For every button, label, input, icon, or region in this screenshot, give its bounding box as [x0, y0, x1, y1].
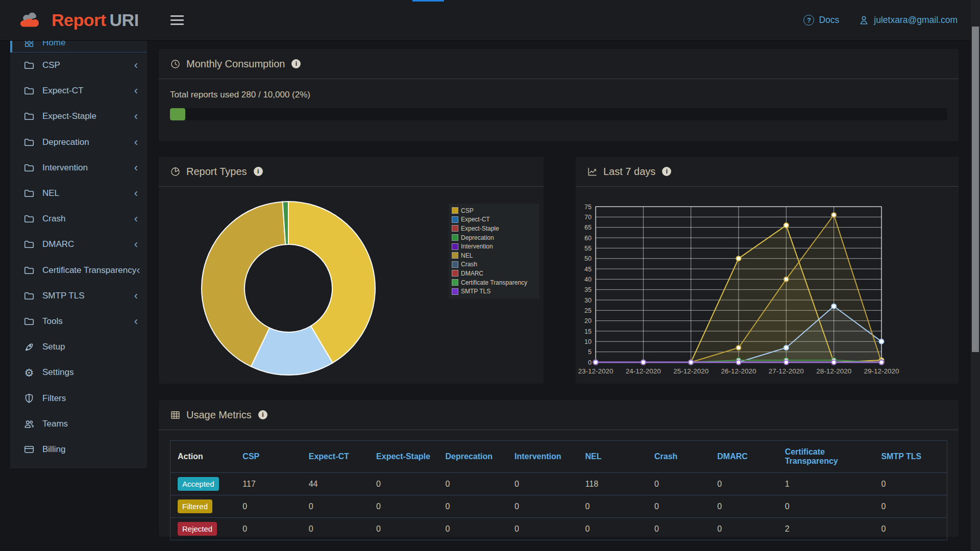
data-point[interactable]	[831, 360, 836, 365]
rocket-icon	[23, 341, 35, 353]
legend-item-nel[interactable]: NEL	[452, 251, 536, 260]
y-tick-label: 15	[584, 328, 592, 335]
legend-item-expect-staple[interactable]: Expect-Staple	[452, 224, 536, 233]
value-cell: 0	[438, 518, 507, 540]
status-badge-filtered: Filtered	[178, 499, 212, 513]
user-menu[interactable]: juletxara@gmail.com	[859, 15, 958, 26]
sidebar-item-dmarc[interactable]: DMARC‹	[10, 232, 147, 257]
action-cell: Rejected	[170, 518, 236, 540]
sidebar-item-tools[interactable]: Tools‹	[10, 309, 147, 334]
value-cell: 0	[874, 473, 947, 495]
sidebar-item-deprecation[interactable]: Deprecation‹	[10, 130, 147, 155]
value-cell: 0	[438, 473, 507, 495]
legend-item-smtp-tls[interactable]: SMTP TLS	[452, 287, 536, 296]
y-tick-label: 55	[584, 245, 592, 252]
legend-item-expect-ct[interactable]: Expect-CT	[452, 215, 536, 224]
y-tick-label: 5	[588, 348, 592, 356]
y-tick-label: 70	[584, 214, 592, 221]
scrollbar[interactable]	[971, 0, 980, 551]
sidebar-item-settings[interactable]: ⚙Settings	[10, 360, 147, 385]
data-point[interactable]	[594, 360, 598, 365]
legend-item-certificate-transparency[interactable]: Certificate Transparency	[452, 278, 536, 287]
data-point[interactable]	[879, 339, 884, 344]
data-point[interactable]	[784, 345, 789, 350]
sidebar-item-label: Intervention	[42, 163, 88, 173]
sidebar-item-billing[interactable]: Billing	[10, 437, 147, 462]
value-cell: 44	[302, 473, 369, 495]
sidebar-item-home[interactable]: Home	[10, 41, 147, 53]
y-tick-label: 65	[584, 224, 592, 231]
data-point[interactable]	[784, 223, 789, 228]
sidebar-item-label: Setup	[42, 342, 65, 352]
sidebar-item-csp[interactable]: CSP‹	[10, 53, 147, 78]
legend-item-crash[interactable]: Crash	[452, 260, 536, 269]
home-icon	[23, 41, 35, 48]
data-point[interactable]	[784, 277, 789, 282]
sidebar-item-label: Expect-CT	[42, 86, 83, 96]
sidebar-item-filters[interactable]: Filters	[10, 385, 147, 411]
data-point[interactable]	[784, 360, 789, 365]
info-icon[interactable]: i	[291, 59, 301, 68]
info-icon[interactable]: i	[258, 410, 267, 419]
legend-swatch	[452, 216, 458, 223]
docs-link[interactable]: ? Docs	[803, 15, 839, 26]
last7-days-line-chart: 05101520253035404550556065707523-12-2020…	[576, 157, 959, 384]
sidebar-item-label: Filters	[42, 393, 66, 404]
chart-legend: CSPExpect-CTExpect-StapleDeprecationInte…	[449, 204, 540, 298]
navbar-right: ? Docs juletxara@gmail.com	[803, 15, 958, 26]
sidebar-item-expect-ct[interactable]: Expect-CT‹	[10, 78, 147, 104]
legend-swatch	[452, 225, 458, 232]
column-header-csp: CSP	[235, 441, 301, 473]
legend-swatch	[452, 243, 458, 250]
card-icon	[23, 444, 35, 455]
legend-swatch	[452, 270, 458, 277]
legend-item-intervention[interactable]: Intervention	[452, 242, 536, 251]
sidebar-item-label: Billing	[42, 444, 65, 455]
legend-label: Deprecation	[461, 234, 494, 241]
column-header-expect-ct: Expect-CT	[302, 441, 369, 473]
legend-item-dmarc[interactable]: DMARC	[452, 269, 536, 278]
y-tick-label: 60	[584, 235, 592, 242]
data-point[interactable]	[689, 360, 693, 365]
sidebar-item-label: CSP	[42, 60, 60, 70]
action-cell: Filtered	[170, 495, 236, 518]
legend-item-deprecation[interactable]: Deprecation	[452, 233, 536, 242]
data-point[interactable]	[831, 213, 836, 217]
docs-label: Docs	[819, 15, 839, 26]
value-cell: 0	[647, 495, 710, 518]
data-point[interactable]	[737, 256, 741, 261]
value-cell: 0	[507, 518, 578, 540]
value-cell: 0	[369, 473, 438, 495]
sidebar-item-smtp-tls[interactable]: SMTP TLS‹	[10, 283, 147, 309]
data-point[interactable]	[737, 345, 741, 350]
legend-swatch	[452, 279, 458, 286]
data-point[interactable]	[879, 360, 884, 365]
sidebar-item-teams[interactable]: Teams	[10, 411, 147, 437]
x-tick-label: 24-12-2020	[626, 367, 661, 375]
usage-progress-fill	[170, 108, 185, 120]
sidebar-item-label: DMARC	[42, 239, 74, 249]
data-point[interactable]	[737, 360, 741, 365]
data-point[interactable]	[831, 304, 836, 309]
chevron-left-icon: ‹	[134, 163, 138, 173]
data-point[interactable]	[641, 360, 646, 365]
sidebar-item-nel[interactable]: NEL‹	[10, 181, 147, 206]
report-uri-logo[interactable]: ReportURI	[19, 9, 139, 32]
y-tick-label: 40	[584, 276, 592, 283]
column-header-nel: NEL	[578, 441, 647, 473]
sidebar-item-certificate-transparency[interactable]: Certificate Transparency‹	[10, 258, 147, 283]
sidebar-item-intervention[interactable]: Intervention‹	[10, 155, 147, 181]
scrollbar-thumb[interactable]	[972, 27, 979, 352]
table-row-rejected: Rejected0000000020	[170, 518, 947, 540]
legend-item-csp[interactable]: CSP	[452, 206, 536, 215]
x-tick-label: 28-12-2020	[816, 367, 851, 375]
column-header-certificate-transparency: Certificate Transparency	[778, 441, 874, 473]
sidebar-item-setup[interactable]: Setup	[10, 334, 147, 360]
sidebar-item-crash[interactable]: Crash‹	[10, 206, 147, 232]
x-tick-label: 26-12-2020	[721, 367, 756, 375]
menu-toggle-button[interactable]	[167, 12, 187, 28]
cloud-logo-icon	[19, 9, 46, 32]
sidebar-item-expect-staple[interactable]: Expect-Staple‹	[10, 104, 147, 129]
folder-icon	[23, 162, 35, 173]
user-icon	[859, 15, 869, 26]
